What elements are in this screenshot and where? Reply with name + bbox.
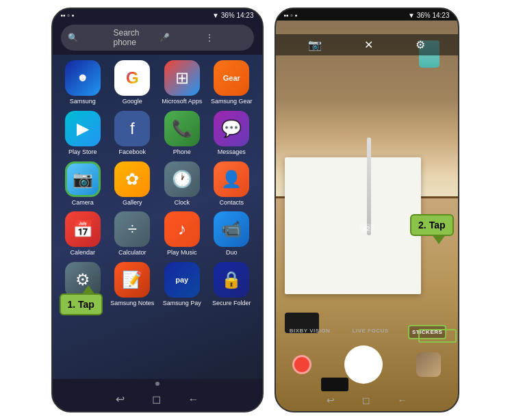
app-item-secure-folder[interactable]: 🔒Secure Folder <box>208 262 255 315</box>
app-item-samsung-notes[interactable]: 📝Samsung Notes <box>109 262 156 315</box>
app-item-google[interactable]: GGoogle <box>109 60 156 105</box>
search-placeholder: Search phone <box>114 28 155 47</box>
app-item-contacts[interactable]: 👤Contacts <box>208 161 255 207</box>
app-icon-play-music: ♪ <box>164 211 200 247</box>
status-bar: ▪▪ ▫ ▪ ▼ 36% 14:23 <box>53 9 262 21</box>
home-nav-button[interactable]: ◻ <box>152 393 161 406</box>
record-button[interactable] <box>292 355 311 374</box>
callout-1: 1. Tap <box>60 293 103 315</box>
app-icon-clock: 🕐 <box>164 161 200 197</box>
app-icon-play-store: ▶ <box>65 111 101 146</box>
app-item-samsung[interactable]: 🅢Samsung <box>60 60 107 105</box>
app-label-play-music: Play Music <box>167 249 197 257</box>
app-item-camera[interactable]: 📷Camera <box>60 161 107 207</box>
app-item-microsoft-apps[interactable]: ⊞Microsoft Apps <box>159 60 206 105</box>
app-label-gallery: Gallery <box>123 199 142 207</box>
back-nav-button[interactable]: ↩ <box>116 393 125 406</box>
app-label-samsung-notes: Samsung Notes <box>110 300 154 307</box>
status-left: ▪▪ ▫ ▪ <box>61 12 75 19</box>
app-item-phone[interactable]: 📞Phone <box>159 111 206 156</box>
app-label-calendar: Calendar <box>70 249 95 257</box>
app-label-play-store: Play Store <box>68 148 97 156</box>
camera-controls <box>276 345 458 384</box>
app-icon-camera: 📷 <box>65 161 101 197</box>
camera-status-right: ▼ 36% 14:23 <box>408 12 450 19</box>
page-dot <box>155 382 160 386</box>
app-icon-samsung-gear: Gear <box>214 60 249 96</box>
app-icon-google: G <box>114 60 150 96</box>
app-label-camera: Camera <box>72 199 94 207</box>
camera-settings-icon[interactable]: ⚙ <box>416 38 425 51</box>
app-item-messages[interactable]: 💬Messages <box>208 111 255 156</box>
app-label-phone: Phone <box>173 148 191 156</box>
app-icon-gallery: ✿ <box>114 161 150 197</box>
search-bar-container: 🔍 Search phone 🎤 ⋮ <box>53 21 262 55</box>
gallery-thumbnail[interactable] <box>416 352 441 377</box>
search-bar[interactable]: 🔍 Search phone 🎤 ⋮ <box>61 25 254 51</box>
app-icon-microsoft-apps: ⊞ <box>164 60 200 96</box>
more-options-icon: ⋮ <box>205 33 247 42</box>
search-icon: 🔍 <box>68 33 110 42</box>
stickers-highlight-box <box>418 329 457 343</box>
app-icon-samsung-pay: pay <box>164 262 200 298</box>
phone1-home-screen: ▪▪ ▫ ▪ ▼ 36% 14:23 🔍 Search phone 🎤 ⋮ 🅢S… <box>51 8 264 412</box>
camera-home-nav[interactable]: ◻ <box>362 395 370 406</box>
zoom-indicator: x2 <box>359 224 374 233</box>
app-item-calendar[interactable]: 📅Calendar <box>60 211 107 257</box>
app-item-facebook[interactable]: fFacebook <box>109 111 156 156</box>
shutter-button[interactable] <box>344 345 383 384</box>
app-label-samsung-gear: Samsung Gear <box>211 98 253 105</box>
app-icon-duo: 📹 <box>214 211 249 247</box>
app-item-calculator[interactable]: ÷Calculator <box>109 211 156 257</box>
app-label-facebook: Facebook <box>118 148 146 156</box>
camera-recents-nav[interactable]: ← <box>398 395 407 406</box>
app-item-play-music[interactable]: ♪Play Music <box>159 211 206 257</box>
camera-flash-icon[interactable]: ✕ <box>364 38 373 51</box>
app-label-calculator: Calculator <box>118 249 146 257</box>
app-label-clock: Clock <box>174 199 190 207</box>
app-icon-facebook: f <box>114 111 150 146</box>
app-icon-calendar: 📅 <box>65 211 101 247</box>
app-label-contacts: Contacts <box>219 199 244 207</box>
app-label-messages: Messages <box>218 148 246 156</box>
app-label-microsoft-apps: Microsoft Apps <box>162 98 202 105</box>
bottle-object <box>367 137 371 235</box>
app-icon-messages: 💬 <box>214 111 249 146</box>
recents-nav-button[interactable]: ← <box>188 393 199 406</box>
app-item-play-store[interactable]: ▶Play Store <box>60 111 107 156</box>
app-icon-phone: 📞 <box>164 111 200 146</box>
app-item-samsung-gear[interactable]: GearSamsung Gear <box>208 60 255 105</box>
live-focus-mode[interactable]: LIVE FOCUS <box>350 325 392 339</box>
mic-icon: 🎤 <box>160 33 201 42</box>
camera-bottom-nav: ↩ ◻ ← <box>276 395 458 406</box>
camera-status-bar: ▪▪ ▫ ▪ ▼ 36% 14:23 <box>276 9 458 21</box>
status-right: ▼ 36% 14:23 <box>212 12 254 19</box>
app-label-samsung-pay: Samsung Pay <box>163 300 201 307</box>
app-label-google: Google <box>123 98 142 105</box>
page-indicator <box>53 379 262 389</box>
camera-status-left: ▪▪ ▫ ▪ <box>284 12 298 19</box>
app-icon-samsung-notes: 📝 <box>114 262 150 298</box>
app-icon-calculator: ÷ <box>114 211 150 247</box>
camera-toolbar: 📷 ✕ ⚙ <box>276 34 458 55</box>
camera-back-nav[interactable]: ↩ <box>327 395 335 406</box>
phone2-camera-screen: ▪▪ ▫ ▪ ▼ 36% 14:23 📷 ✕ ⚙ x2 <box>275 8 459 412</box>
app-icon-contacts: 👤 <box>214 161 249 197</box>
app-item-gallery[interactable]: ✿Gallery <box>109 161 156 207</box>
paper-object <box>285 157 422 294</box>
callout-2: 2. Tap <box>410 214 453 236</box>
app-label-duo: Duo <box>226 249 238 257</box>
app-item-duo[interactable]: 📹Duo <box>208 211 255 257</box>
app-item-clock[interactable]: 🕐Clock <box>159 161 206 207</box>
app-item-samsung-pay[interactable]: paySamsung Pay <box>159 262 206 315</box>
bixby-vision-mode[interactable]: BIXBY VISION <box>287 325 333 339</box>
bottom-nav: ↩ ◻ ← <box>53 389 262 411</box>
app-grid: 🅢SamsungGGoogle⊞Microsoft AppsGearSamsun… <box>53 55 262 379</box>
camera-flip-icon[interactable]: 📷 <box>308 38 322 51</box>
app-icon-samsung: 🅢 <box>65 60 101 96</box>
app-label-secure-folder: Secure Folder <box>212 300 251 307</box>
app-label-samsung: Samsung <box>70 98 96 105</box>
app-icon-secure-folder: 🔒 <box>214 262 249 298</box>
